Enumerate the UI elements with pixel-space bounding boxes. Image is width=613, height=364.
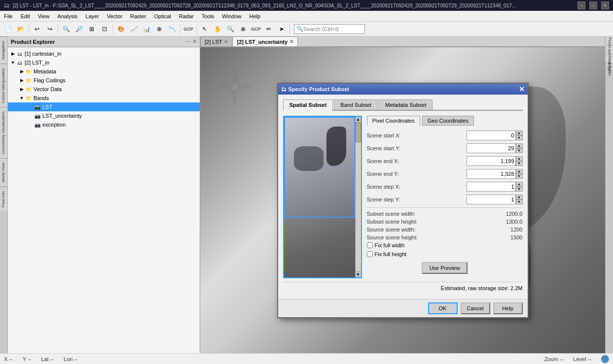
search-box[interactable]: 🔍 [294, 24, 365, 34]
zoom-fit-button[interactable]: ⊞ [86, 23, 98, 35]
scene-start-y-up[interactable]: ▲ [516, 143, 523, 148]
expand-icon-bands[interactable]: ▼ [19, 95, 25, 101]
scene-start-y-down[interactable]: ▼ [516, 148, 523, 153]
search-input[interactable] [303, 26, 362, 32]
scene-end-x-input[interactable] [467, 156, 516, 166]
nav-tab-pixel[interactable]: Pixel Info [0, 187, 7, 211]
tree-item-cartesian[interactable]: ▶ 🗂 [1] cartesian_in [8, 49, 200, 58]
minimize-button[interactable]: ─ [577, 1, 585, 9]
scene-step-y-up[interactable]: ▲ [516, 195, 523, 199]
menu-help[interactable]: Help [245, 11, 264, 21]
scene-start-y-input[interactable] [467, 143, 516, 153]
menu-vector[interactable]: Vector [103, 11, 126, 21]
scene-step-x-up[interactable]: ▲ [516, 182, 523, 187]
tree-item-lstuncertainty[interactable]: 📷 LST_uncertainty [8, 111, 200, 120]
use-preview-button[interactable]: Use Preview [422, 262, 468, 274]
tree-item-metadata[interactable]: ▶ 📁 Metadata [8, 67, 200, 76]
tab-lst[interactable]: [2] LST ✕ [200, 36, 232, 46]
panel-minimize-button[interactable]: ─ [185, 38, 189, 45]
stats-button[interactable]: 📉 [166, 23, 178, 35]
scene-step-x-down[interactable]: ▼ [516, 187, 523, 192]
menu-analysis[interactable]: Analysis [53, 11, 81, 21]
nav-tab-colour[interactable]: Colour Manipulation [0, 64, 7, 107]
coord-tab-geo[interactable]: Geo Coordinates [422, 116, 474, 126]
menu-raster[interactable]: Raster [126, 11, 150, 21]
scene-end-x-down[interactable]: ▼ [516, 161, 523, 166]
expand-icon-vectordata[interactable]: ▶ [19, 86, 25, 92]
color-button[interactable]: 🎨 [115, 23, 127, 35]
gcp2-button[interactable]: GCP [250, 23, 262, 35]
dialog-close-button[interactable]: ✕ [519, 86, 525, 93]
close-button[interactable]: ✕ [601, 1, 609, 9]
cancel-button[interactable]: Cancel [461, 302, 490, 314]
scene-start-x-down[interactable]: ▼ [516, 135, 523, 140]
undo-button[interactable]: ↩ [31, 23, 43, 35]
new-button[interactable]: 📄 [2, 23, 14, 35]
menu-radar[interactable]: Radar [175, 11, 198, 21]
tab-lst-uncertainty-close[interactable]: ✕ [289, 39, 293, 44]
scrollbar-down-btn[interactable]: ▼ [356, 271, 361, 277]
scene-start-x-up[interactable]: ▲ [516, 131, 523, 135]
scene-start-x-input[interactable] [467, 131, 516, 140]
scene-step-y-down[interactable]: ▼ [516, 199, 523, 204]
redo-button[interactable]: ↪ [44, 23, 56, 35]
preview-scrollbar[interactable]: ▲ ▼ [355, 117, 361, 277]
menu-tools[interactable]: Tools [198, 11, 218, 21]
panel-close-button[interactable]: ✕ [192, 38, 197, 45]
zoom-out-button[interactable]: 🔎 [73, 23, 85, 35]
menu-file[interactable]: File [0, 11, 17, 21]
nav-tab-world[interactable]: World View [0, 158, 7, 186]
menu-edit[interactable]: Edit [17, 11, 34, 21]
nav-tab-uncertainty[interactable]: Uncertainty Visualisation [0, 107, 7, 158]
scene-end-y-input[interactable] [467, 169, 516, 179]
scene-step-x-input[interactable] [467, 182, 516, 192]
layer-tab-layer-manager[interactable]: Layer Manager [605, 46, 613, 54]
arrow-button[interactable]: ➤ [276, 23, 288, 35]
expand-icon-cartesian[interactable]: ▶ [10, 51, 16, 57]
menu-view[interactable]: View [34, 11, 54, 21]
scrollbar-up-btn[interactable]: ▲ [356, 117, 361, 123]
magnify-plus-button[interactable]: ⊕ [237, 23, 249, 35]
expand-icon-lstin[interactable]: ▼ [10, 60, 16, 66]
maximize-button[interactable]: □ [589, 1, 597, 9]
scene-end-y-down[interactable]: ▼ [516, 174, 523, 179]
ok-button[interactable]: OK [428, 302, 458, 314]
menu-optical[interactable]: Optical [150, 11, 175, 21]
tree-item-bands[interactable]: ▼ 📁 Bands [8, 94, 200, 102]
gcp-button[interactable]: GCP [182, 23, 194, 35]
tree-item-vectordata[interactable]: ▶ 📁 Vector Data [8, 85, 200, 94]
select-button[interactable]: ↖ [199, 23, 211, 35]
zoom-100-button[interactable]: ⊡ [99, 23, 110, 35]
fix-full-width-checkbox[interactable] [367, 242, 373, 248]
magnify-button[interactable]: 🔍 [224, 23, 236, 35]
open-button[interactable]: 📂 [15, 23, 27, 35]
expand-icon-metadata[interactable]: ▶ [19, 68, 25, 74]
profile-button[interactable]: 📈 [128, 23, 140, 35]
tab-lst-uncertainty[interactable]: [2] LST_uncertainty ✕ [232, 36, 298, 46]
dialog-tab-band[interactable]: Band Subset [334, 99, 378, 110]
tab-lst-close[interactable]: ✕ [224, 39, 228, 44]
coord-tab-pixel[interactable]: Pixel Coordinates [367, 116, 420, 126]
scene-step-y-input[interactable] [467, 195, 516, 204]
dialog-tab-spatial[interactable]: Spatial Subset [283, 99, 333, 111]
scene-end-x-up[interactable]: ▲ [516, 156, 523, 161]
histogram-button[interactable]: 📊 [141, 23, 152, 35]
expand-icon-flagcodings[interactable]: ▶ [19, 77, 25, 83]
menu-window[interactable]: Window [218, 11, 245, 21]
tree-item-flagcodings[interactable]: ▶ 📁 Flag Codings [8, 76, 200, 85]
pan-button[interactable]: ✋ [212, 23, 223, 35]
layer-tab-product-library[interactable]: Product Library [605, 37, 613, 45]
help-button[interactable]: Help [493, 302, 523, 314]
dialog-tab-metadata[interactable]: Metadata Subset [379, 99, 433, 110]
scatter-button[interactable]: ⊕ [153, 23, 165, 35]
zoom-in-button[interactable]: 🔍 [60, 23, 72, 35]
nav-tab-navigation[interactable]: Navigation [0, 36, 7, 64]
layer-tab-mask-editor[interactable]: Mask Editor [605, 55, 613, 63]
draw-button[interactable]: ✏ [263, 23, 275, 35]
tree-item-lst[interactable]: 📷 LST [8, 102, 200, 111]
fix-full-height-checkbox[interactable] [367, 251, 373, 257]
scrollbar-thumb[interactable] [356, 123, 361, 142]
menu-layer[interactable]: Layer [81, 11, 103, 21]
scene-end-y-up[interactable]: ▲ [516, 169, 523, 174]
tree-item-exception[interactable]: 📷 exception [8, 120, 200, 129]
